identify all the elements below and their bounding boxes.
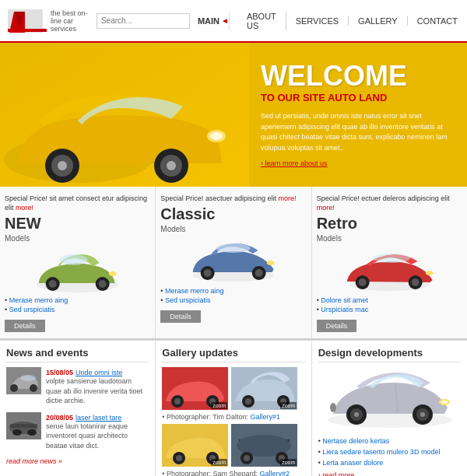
gallery-credit-1: • Photographer: Tim Dalton: Gallery#1	[162, 413, 304, 421]
model-retro-list: Dolore sit amet Urspiciatis mac	[317, 296, 462, 314]
svg-point-33	[411, 278, 419, 286]
svg-rect-3	[8, 29, 47, 32]
svg-point-51	[245, 398, 251, 404]
classic-car-svg	[160, 236, 306, 283]
design-title: Design developments	[318, 347, 461, 362]
svg-point-42	[12, 429, 22, 436]
design-links-list: Nertase delero kertas Liera sedare taser…	[318, 436, 461, 468]
design-link-3[interactable]: Lerta anaser dolore	[318, 457, 461, 468]
svg-point-63	[244, 455, 250, 461]
gallery-thumb-4: zoom	[231, 424, 297, 467]
model-classic-subtitle: Models	[160, 225, 306, 233]
model-classic-list: Merase merro aing Sed urspiciatis	[160, 286, 306, 305]
model-classic: Special Price! asectuer adipiscing elit …	[156, 187, 311, 338]
nav-gallery[interactable]: GALLERY	[349, 16, 408, 26]
news-thumb-2	[6, 412, 41, 439]
gallery-thumb-2: zoom	[231, 367, 297, 410]
news-content-2: 20/08/05 laser laset tare serue laun tot…	[46, 412, 149, 451]
svg-point-46	[174, 398, 181, 404]
models-section: Special Price! sit amet consect etur adi…	[0, 187, 467, 340]
svg-point-31	[358, 278, 366, 286]
svg-point-43	[27, 429, 37, 436]
gallery-thumb-1: zoom	[162, 367, 228, 410]
learn-more-link[interactable]: › learn more about us	[261, 159, 455, 167]
gallery-zoom-3: zoom	[211, 459, 227, 466]
gallery-thumb-row-1: zoom zoom	[162, 367, 304, 410]
hero-banner: WELCOME TO OUR SITE AUTO LAND Sed ut per…	[0, 43, 467, 187]
model-classic-details-btn[interactable]: Details	[160, 310, 201, 323]
news-item-2: 20/08/05 laser laset tare serue laun tot…	[6, 412, 149, 451]
svg-point-24	[204, 269, 212, 277]
design-col: Design developments N	[312, 341, 467, 476]
design-read-more[interactable]: › read more	[318, 471, 461, 476]
logo-svg	[8, 5, 47, 37]
model-classic-info: Classic Models	[160, 202, 306, 233]
model-new-subtitle: Models	[5, 234, 150, 243]
model-new-link-1[interactable]: Merase merro aing	[5, 296, 150, 305]
news-link-1[interactable]: Unde omni iste	[75, 369, 122, 376]
design-link-1[interactable]: Nertase delero kertas	[318, 436, 461, 446]
model-retro: Special Price! ectuer deleros adipiscing…	[312, 187, 467, 338]
gallery-zoom-2: zoom	[280, 402, 297, 409]
model-retro-link-1[interactable]: Dolore sit amet	[317, 296, 462, 305]
svg-point-27	[267, 261, 275, 265]
gallery-link-1[interactable]: Gallery#1	[251, 413, 281, 421]
hero-car-area	[0, 43, 249, 187]
news-date-2: 20/08/05	[46, 414, 73, 422]
read-more-news[interactable]: read more news »	[6, 457, 149, 465]
news-text-1: volpte sansierue laudotoam quae ab illo …	[46, 376, 149, 406]
svg-point-70	[354, 412, 359, 417]
header: the best on-line car services MAIN ◄ ABO…	[0, 0, 467, 43]
gallery-zoom-1: zoom	[211, 402, 227, 409]
design-link-2[interactable]: Liera sedare taserto mulero 3D model	[318, 446, 461, 457]
model-new: Special Price! sit amet consect etur adi…	[0, 187, 156, 338]
svg-point-75	[441, 401, 448, 404]
nav-services[interactable]: SERVICES	[286, 16, 349, 26]
nav-area: ABOUT US SERVICES GALLERY CONTACT	[229, 12, 467, 30]
gallery-link-2[interactable]: Gallery#2	[260, 470, 290, 476]
svg-point-26	[255, 269, 263, 277]
svg-point-38	[20, 375, 36, 381]
svg-point-36	[10, 384, 18, 392]
model-classic-title: Classic	[160, 205, 306, 223]
special-price-new: Special Price! sit amet consect etur adi…	[5, 194, 147, 212]
svg-point-11	[167, 161, 176, 170]
nav-about[interactable]: ABOUT US	[237, 12, 286, 30]
model-retro-details-btn[interactable]: Details	[317, 320, 357, 332]
model-retro-subtitle: Models	[317, 234, 462, 243]
design-car-svg	[321, 367, 458, 429]
model-classic-link-2[interactable]: Sed urspiciatis	[160, 296, 306, 305]
gallery-thumb-row-2: zoom zoom	[162, 424, 304, 467]
main-arrow: ◄	[221, 16, 229, 25]
model-retro-link-2[interactable]: Urspiciatis mac	[317, 305, 462, 314]
model-classic-special: Special Price! asectuer adipiscing elit …	[160, 193, 306, 202]
hero-body: Sed ut persiatis, unde omnis iste natus …	[261, 111, 455, 153]
svg-point-37	[30, 384, 37, 392]
model-classic-link-1[interactable]: Merase merro aing	[160, 286, 306, 296]
svg-rect-41	[10, 424, 37, 428]
model-new-car	[5, 246, 150, 292]
nav-contact[interactable]: CONTACT	[408, 16, 467, 26]
news-item-1: 15/08/05 Unde omni iste volpte sansierue…	[6, 367, 149, 406]
news-text-2: serue laun totanirar eaque inventoret qu…	[46, 422, 149, 451]
gallery-credit-2: • Photographer: Sam Shepard: Gallery#2	[162, 470, 304, 476]
news-link-2[interactable]: laser laset tare	[75, 414, 121, 422]
svg-point-29	[372, 254, 409, 263]
hero-text-area: WELCOME TO OUR SITE AUTO LAND Sed ut per…	[249, 43, 467, 187]
logo-tagline: the best on-line car services	[51, 9, 97, 33]
logo-area: the best on-line car services	[0, 5, 97, 37]
model-new-details-btn[interactable]: Details	[5, 320, 45, 332]
model-new-link-2[interactable]: Sed urspiciatis	[5, 305, 150, 314]
news-col: News and events 15/08/05 Unde omni iste …	[0, 341, 156, 476]
special-price-retro: Special Price! ectuer deleros adipiscing…	[317, 194, 450, 212]
news-content-1: 15/08/05 Unde omni iste volpte sansierue…	[46, 367, 149, 406]
svg-point-8	[58, 161, 67, 170]
search-input[interactable]	[97, 13, 190, 29]
hero-subtitle: TO OUR SITE AUTO LAND	[261, 92, 455, 103]
model-classic-content: Classic Models	[160, 202, 306, 233]
gallery-col: Gallery updates zoom zo	[156, 341, 311, 476]
model-new-list: Merase merro aing Sed urspiciatis	[5, 296, 150, 314]
model-new-content: NEW Models	[5, 212, 150, 243]
search-area: MAIN ◄	[97, 13, 229, 29]
gallery-title: Gallery updates	[162, 347, 304, 362]
